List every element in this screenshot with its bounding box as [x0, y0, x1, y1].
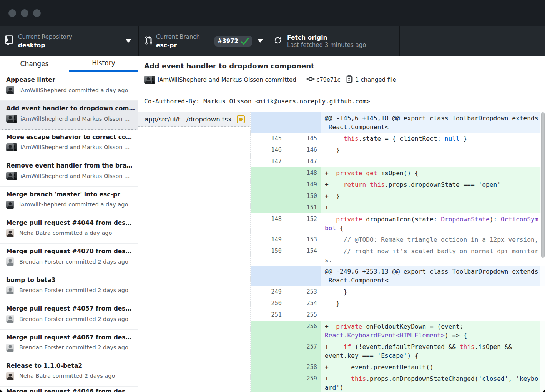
diff-code-line: + private get isOpen() { — [321, 167, 545, 179]
diff-code-line: @@ -249,6 +253,13 @@ export class Toolba… — [321, 266, 545, 286]
code-visual-line: React.Component< — [325, 123, 540, 131]
minimize-window-button[interactable] — [21, 9, 28, 17]
diff-code-line: } — [321, 144, 545, 156]
code-segment: ard' — [325, 384, 340, 391]
diff-old-line-number: 148 — [251, 213, 286, 234]
code-segment: this — [344, 135, 359, 142]
avatar — [6, 344, 14, 352]
code-segment: React.KeyboardEvent<HTMLElement> — [325, 332, 445, 339]
code-segment: isOpen() { — [377, 169, 418, 177]
diff-code-line: // right now it's scaled badly on normal… — [321, 245, 545, 266]
code-segment: this — [460, 343, 475, 350]
code-segment: DropdownState — [441, 216, 490, 223]
current-repository-button[interactable]: Current Repository desktop — [0, 26, 139, 56]
code-visual-line: React.Component< — [325, 276, 540, 285]
code-segment — [362, 169, 366, 177]
commit-list-item-meta: iAmWillShepherd committed a day ago — [19, 87, 135, 93]
commit-list-item-meta: Brendan Forster committed 2 days ago — [19, 316, 135, 322]
commit-list-item-meta-row: Brendan Forster committed 2 days ago — [6, 257, 135, 266]
commit-list-item-meta: Brendan Forster committed 2 days ago — [19, 259, 135, 265]
diff-old-line-number — [251, 373, 286, 392]
diff-added-row[interactable]: 149+ return this.props.dropdownState ===… — [251, 179, 545, 190]
commit-list-item-meta: iAmWillShepherd and Markus Olsson commit… — [20, 144, 135, 150]
diff-new-line-number — [286, 112, 321, 133]
app-window: Current Repository desktop Current Branc… — [0, 0, 545, 392]
commit-list-item[interactable]: Merge branch 'master' into esc-priAmWill… — [0, 187, 138, 215]
commit-list-item[interactable]: Add event handler to dropdown componenti… — [0, 101, 138, 129]
current-branch-label: Current Branch — [156, 33, 200, 41]
diff-scrollbar-thumb[interactable] — [541, 112, 545, 258]
zoom-window-button[interactable] — [33, 9, 41, 17]
diff-added-row[interactable]: 148+ private get isOpen() { — [251, 167, 545, 179]
diff-code-line: + private onFoldoutKeyDown = (event:Reac… — [321, 321, 545, 341]
repo-icon — [5, 35, 13, 47]
tab-changes[interactable]: Changes — [0, 56, 69, 72]
file-list: app/src/ui/t.../dropdown.tsx — [138, 112, 251, 392]
code-segment — [325, 311, 329, 319]
commit-summary: Add event handler to dropdown component … — [138, 56, 545, 90]
commit-list-item[interactable]: Merge pull request #4044 from desktop/re… — [0, 215, 138, 244]
diff-context-row: 148152 private dropdownIcon(state: Dropd… — [251, 213, 545, 234]
avatar — [6, 86, 14, 94]
commit-list-item[interactable]: Move escape behavior to correct componen… — [0, 130, 138, 158]
commit-list-item-title: Release to 1.1.0-beta2 — [6, 362, 135, 370]
commit-list-item-title: Appease linter — [6, 76, 135, 84]
commit-list-item-meta: Brendan Forster committed 2 days ago — [19, 287, 135, 293]
diff-added-row[interactable]: 257+ if (!event.defaultPrevented && this… — [251, 341, 545, 361]
diff-new-line-number: 154 — [286, 245, 321, 266]
commit-list-item-title: bump to beta3 — [6, 276, 135, 284]
diff-old-line-number — [251, 266, 286, 286]
commit-list-item-avatars — [6, 315, 16, 323]
commit-list-item-title: Merge pull request #4057 from desktop/up… — [6, 304, 135, 313]
avatar — [144, 76, 152, 84]
diff-context-row: 249253 } — [251, 286, 545, 297]
code-visual-line: + private onFoldoutKeyDown = (event: — [325, 322, 540, 331]
close-window-button[interactable] — [8, 9, 16, 17]
diff-added-row[interactable]: 151+ — [251, 202, 545, 213]
diff-scrollbar-track[interactable] — [540, 112, 545, 392]
diff-added-row[interactable]: 258+ event.preventDefault() — [251, 361, 545, 373]
code-segment: + } — [325, 193, 340, 200]
current-branch-button[interactable]: Current Branch esc-pr #3972 — [139, 26, 269, 56]
diff-old-line-number — [251, 341, 286, 361]
diff-added-row[interactable]: 150+ } — [251, 190, 545, 202]
commit-title: Add event handler to dropdown component — [144, 61, 545, 71]
git-branch-icon — [145, 36, 152, 47]
diff-code-line: private dropdownIcon(state: DropdownStat… — [321, 213, 545, 234]
code-segment: .isOpen && — [475, 343, 512, 350]
commit-list-item[interactable]: bump to beta3Brendan Forster committed 2… — [0, 272, 138, 301]
commit-list-item[interactable]: Remove event handler from the branch dro… — [0, 158, 138, 186]
commit-authors: iAmWillShepherd and Markus Olsson commit… — [158, 76, 296, 83]
diff-code-line: } — [321, 297, 545, 309]
diff-new-line-number: 256 — [286, 321, 321, 341]
commit-list-item-meta-row: iAmWillShepherd committed a day ago — [6, 86, 135, 94]
code-visual-line: @@ -249,6 +253,13 @@ export class Toolba… — [325, 267, 540, 276]
diff-new-line-number: 145 — [286, 133, 321, 144]
commit-list-item-title: Merge pull request #4046 from desktop/up… — [6, 387, 135, 392]
code-segment: ) => { — [445, 332, 467, 339]
diff-context-row: 145145 this.state = { clientRect: null } — [251, 133, 545, 144]
code-visual-line: + event.preventDefault() — [325, 363, 540, 372]
diff-added-row[interactable]: 256+ private onFoldoutKeyDown = (event:R… — [251, 321, 545, 341]
diff-context-row: 250254 } — [251, 297, 545, 309]
code-visual-line: this.state = { clientRect: null } — [325, 134, 540, 143]
commit-list-item[interactable]: Merge pull request #4070 from desktop/up… — [0, 244, 138, 272]
file-row[interactable]: app/src/ui/t.../dropdown.tsx — [138, 112, 250, 127]
diff-code-line — [321, 309, 545, 321]
commit-list-item[interactable]: Merge pull request #4057 from desktop/up… — [0, 301, 138, 329]
code-segment: @@ -145,6 +145,10 @@ export class Toolba… — [325, 115, 538, 122]
commit-list-item[interactable]: Merge pull request #4046 from desktop/up… — [0, 387, 138, 392]
sync-icon — [274, 36, 282, 46]
fetch-origin-button[interactable]: Fetch origin Last fetched 3 minutes ago — [269, 26, 400, 56]
code-segment: } — [325, 300, 340, 307]
commit-list-item[interactable]: Merge pull request #4067 from desktop/up… — [0, 330, 138, 358]
diff-added-row[interactable]: 259+ this.props.onDropdownStateChanged('… — [251, 373, 545, 392]
avatar — [6, 172, 14, 180]
commit-list-item-meta-row: Neha Batra committed 2 days ago — [6, 372, 135, 380]
code-visual-line: // @TODO: Remake triangle octicon in a 1… — [325, 235, 540, 244]
commit-list-item[interactable]: Appease linteriAmWillShepherd committed … — [0, 72, 138, 101]
git-commit-icon — [306, 76, 315, 84]
commit-list-item[interactable]: Release to 1.1.0-beta2Neha Batra committ… — [0, 358, 138, 387]
diff-code-line: @@ -145,6 +145,10 @@ export class Toolba… — [321, 112, 545, 133]
tab-history[interactable]: History — [69, 56, 138, 72]
